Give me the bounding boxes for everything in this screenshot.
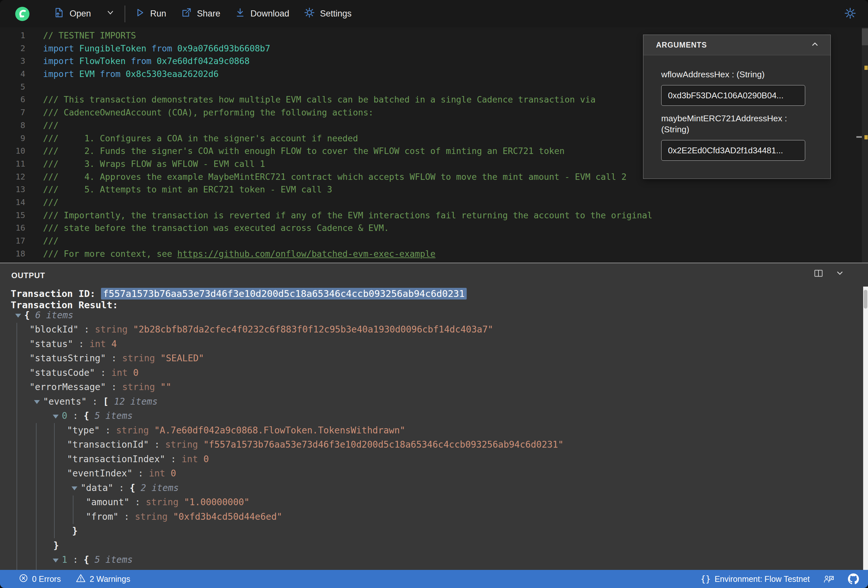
editor-scrollbar[interactable] bbox=[862, 28, 868, 262]
download-button[interactable]: Download bbox=[235, 7, 289, 21]
environment-status[interactable]: {} Environment: Flow Testnet bbox=[701, 574, 810, 584]
json-tree-row: "blockId" : string "2b28cbfb87da2cfec4f0… bbox=[0, 323, 858, 337]
arguments-panel-header[interactable]: ARGUMENTS bbox=[644, 35, 830, 55]
toolbar: Open Run bbox=[0, 0, 868, 28]
run-button[interactable]: Run bbox=[134, 7, 166, 21]
code-line: 15/// Importantly, the transaction is re… bbox=[0, 209, 862, 222]
code-token: 0x9a0766d93b6608b7 bbox=[177, 43, 270, 53]
share-button[interactable]: Share bbox=[181, 7, 220, 21]
json-token-str: 4 bbox=[111, 339, 117, 349]
json-tree-row: "amount" : string "1.00000000" bbox=[0, 495, 858, 510]
theme-toggle-button[interactable] bbox=[844, 7, 856, 21]
json-token-str: 0 bbox=[171, 468, 176, 479]
arguments-title: ARGUMENTS bbox=[656, 41, 707, 50]
indent-guide bbox=[54, 423, 55, 538]
json-token-pun: : bbox=[106, 382, 123, 392]
code-token: /// Importantly, the transaction is reve… bbox=[43, 210, 652, 220]
chevron-up-icon[interactable] bbox=[810, 40, 819, 50]
json-token-key: "transactionId" bbox=[67, 439, 149, 450]
code-token: 0x7e60df042a9c0868 bbox=[156, 56, 249, 66]
json-token-typ: string bbox=[95, 324, 133, 335]
warnings-status[interactable]: 2 Warnings bbox=[76, 573, 130, 585]
status-bar: 0 Errors 2 Warnings {} Environment: Flow… bbox=[0, 570, 868, 588]
feedback-icon[interactable] bbox=[823, 574, 834, 584]
line-number: 11 bbox=[0, 158, 25, 171]
json-token-str: 0 bbox=[203, 454, 209, 464]
errors-status[interactable]: 0 Errors bbox=[19, 573, 61, 585]
json-tree-row: "from" : string "0xfd3b4cd50d44e6ed" bbox=[0, 509, 858, 524]
json-token-str: 0 bbox=[133, 367, 139, 378]
json-token-idx: 1 bbox=[62, 554, 67, 565]
expander-icon[interactable] bbox=[72, 486, 77, 490]
open-button[interactable]: Open bbox=[53, 7, 91, 21]
json-tree-row: "errorMessage" : string "" bbox=[0, 380, 858, 395]
code-line: 13/// 5. Attempts to mint an ERC721 toke… bbox=[0, 183, 862, 196]
output-title: OUTPUT bbox=[11, 271, 45, 280]
json-tree-row: "data" : { 2 items bbox=[0, 480, 858, 495]
json-token-idx: 0 bbox=[62, 410, 67, 421]
code-token: EVM bbox=[79, 69, 100, 79]
json-token-typ: string bbox=[135, 511, 173, 522]
json-tree-row: 1 : { 5 items bbox=[0, 553, 858, 567]
expander-icon[interactable] bbox=[53, 415, 59, 419]
editor-scrollbar-thumb[interactable] bbox=[862, 28, 868, 45]
code-text: /// bbox=[25, 119, 59, 132]
json-token-items: 5 items bbox=[94, 554, 133, 565]
expander-icon[interactable] bbox=[53, 559, 59, 563]
code-token: /// 1. Configures a COA in the signer's … bbox=[43, 133, 358, 143]
line-number: 5 bbox=[0, 81, 25, 93]
argument-label: wflowAddressHex : (String) bbox=[661, 69, 807, 80]
json-token-key: "from" bbox=[86, 511, 118, 522]
code-text: /// 3. Wraps FLOW as WFLOW - EVM call 1 bbox=[25, 158, 265, 171]
code-token: // TESTNET IMPORTS bbox=[43, 30, 136, 40]
code-line: 18/// For more context, see https://gith… bbox=[0, 248, 862, 260]
github-icon[interactable] bbox=[848, 573, 859, 584]
download-icon bbox=[235, 7, 246, 21]
json-token-pun: : bbox=[67, 410, 84, 421]
json-token-typ: int bbox=[89, 339, 111, 349]
code-token: from bbox=[131, 56, 156, 66]
json-token-brace: { bbox=[84, 410, 94, 421]
json-token-brace: { bbox=[84, 554, 94, 565]
open-label: Open bbox=[69, 9, 91, 19]
split-panel-button[interactable] bbox=[813, 268, 823, 279]
code-token: /// bbox=[43, 197, 59, 207]
json-tree-row: "transactionId" : string "f557a1573b76aa… bbox=[0, 438, 858, 452]
code-token: FlowToken bbox=[79, 56, 131, 66]
expander-icon[interactable] bbox=[34, 400, 40, 404]
output-scrollbar-thumb[interactable] bbox=[864, 290, 867, 308]
flow-logo-icon[interactable] bbox=[15, 6, 30, 21]
settings-button[interactable]: Settings bbox=[304, 7, 352, 21]
json-token-brace: } bbox=[72, 526, 78, 536]
json-tree-row: { 6 items bbox=[0, 308, 858, 323]
errors-label: 0 Errors bbox=[32, 575, 61, 584]
json-tree-row: "statusCode" : int 0 bbox=[0, 365, 858, 380]
code-text: /// For more context, see https://github… bbox=[25, 248, 435, 260]
argument-input[interactable] bbox=[661, 140, 805, 161]
json-token-typ: int bbox=[149, 468, 171, 479]
code-token: from bbox=[100, 69, 126, 79]
argument-input[interactable] bbox=[661, 85, 805, 106]
json-token-str: "2b28cbfb87da2cfec4f0232c6f883f0f12c95b3… bbox=[133, 324, 493, 335]
json-token-key: "blockId" bbox=[30, 324, 79, 335]
code-token: import bbox=[43, 56, 79, 66]
code-text: /// 5. Attempts to mint an ERC721 token … bbox=[25, 183, 332, 196]
code-text: /// state before the transaction was exe… bbox=[25, 221, 389, 234]
code-token: /// 2. Funds the signer's COA with enoug… bbox=[43, 146, 564, 156]
sun-icon bbox=[844, 16, 856, 21]
line-number: 9 bbox=[0, 132, 25, 145]
expander-icon[interactable] bbox=[15, 314, 21, 318]
indent-guide bbox=[16, 323, 17, 570]
code-text: /// bbox=[25, 196, 59, 209]
line-number: 13 bbox=[0, 183, 25, 196]
code-token: /// This transaction demonstrates how mu… bbox=[43, 94, 595, 105]
collapse-output-chevron[interactable] bbox=[835, 268, 845, 279]
json-tree-row: } bbox=[0, 538, 858, 553]
code-link[interactable]: https://github.com/onflow/batched-evm-ex… bbox=[177, 249, 435, 259]
json-token-brace: { bbox=[130, 483, 141, 493]
download-label: Download bbox=[251, 9, 289, 19]
open-dropdown-chevron[interactable] bbox=[105, 7, 115, 20]
transaction-id-line: Transaction ID: f557a1573b76aa53e73d46f3… bbox=[11, 288, 467, 299]
output-scrollbar[interactable] bbox=[863, 287, 868, 570]
code-token: /// state before the transaction was exe… bbox=[43, 223, 389, 233]
